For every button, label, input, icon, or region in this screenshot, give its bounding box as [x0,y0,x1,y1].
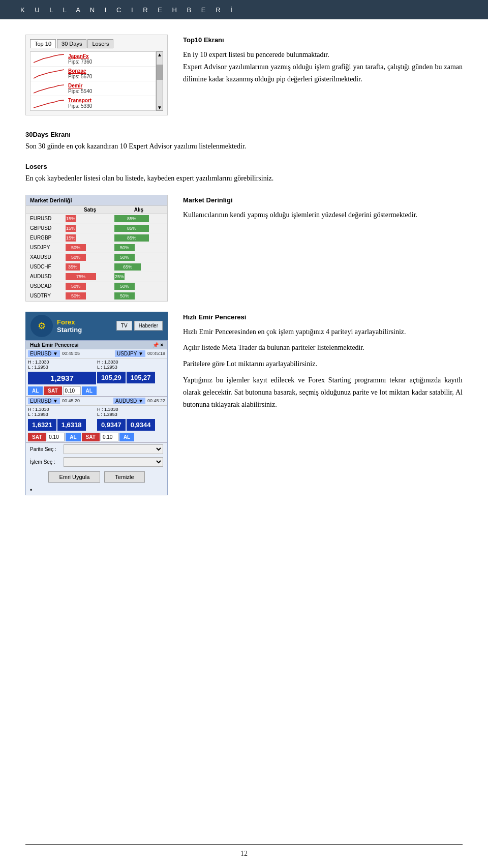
ea-info-4: Transport Pips: 5330 [68,98,152,109]
pair-row-1: EURUSD ▼ 00:45:05 USDJPY ▼ 00:45:19 H : … [26,349,167,397]
price-h3: H : 1.3030 [28,407,96,412]
forex-logo: ⚙ [30,315,53,337]
header-title: K U L L A N I C I R E H B E R İ [20,6,236,14]
price-hl-4: H : 1.3030 L : 1.2953 [97,407,165,417]
price-l2: L : 1.2953 [97,365,165,370]
ea-chart-2 [34,68,64,79]
tab-losers[interactable]: Losers [87,39,113,48]
ea-item: Transport Pips: 5330 [30,96,156,110]
market-row: GBPUSD 15% 85% [26,224,167,233]
market-pair: USDJPY [30,245,66,250]
ea-name-3[interactable]: Demir [68,83,152,88]
top10-box: Top 10 30 Days Losers JapanFx [25,35,168,115]
ea-name-4[interactable]: Transport [68,98,152,103]
alis-bar-cell: 25% [114,273,163,280]
market-depth-box: Market Derinliği Satış Alış EURUSD 15% 8… [25,195,168,302]
temizle-button[interactable]: Temizle [104,471,144,483]
alis-bar: 85% [114,234,149,242]
satis-bar: 15% [66,215,76,222]
quick-order-text: Hızlı Emir Penceresi Hızlı Emir Penceres… [183,312,463,411]
alis-bar: 25% [114,273,125,280]
ea-item: Bonzae Pips: 5670 [30,67,156,81]
al-button-1[interactable]: AL [28,386,43,395]
islem-label: İşlem Seç : [30,459,60,465]
ea-pips-3: Pips: 5540 [68,88,152,94]
market-pair: EURGBP [30,235,66,241]
satis-bar-cell: 50% [66,254,114,261]
quick-pin-icon: 📌 × [152,342,163,348]
price-val-4a: 0,9347 [97,419,126,431]
price-hl-1: H : 1.3030 L : 1.2953 [28,360,96,370]
parite-select[interactable] [64,444,163,454]
market-text: Market Derinligi Kullanıcılarının kendi … [183,195,463,221]
price-h2: H : 1.3030 [97,360,165,365]
ea-name-1[interactable]: JapanFx [68,53,152,59]
satis-bar-cell: 15% [66,225,114,232]
lot-input-2[interactable] [47,433,65,441]
ea-info-1: JapanFx Pips: 7360 [68,53,152,65]
pair-selectors-1: EURUSD ▼ 00:45:05 USDJPY ▼ 00:45:19 [26,349,167,358]
satis-bar-cell: 35% [66,263,114,271]
forex-brand: Forex Starting [57,318,112,334]
al-button-3[interactable]: AL [66,433,80,441]
satis-bar: 75% [66,273,96,280]
ea-item: Demir Pips: 5540 [30,81,156,96]
top10-heading: Top10 Ekranı [183,35,463,46]
pair-2-selector[interactable]: USDJPY ▼ [115,350,145,357]
pair-1-selector[interactable]: EURUSD ▼ [28,350,60,357]
alis-bar-cell: 65% [114,263,163,271]
price-val-1: 1,2937 [28,372,96,384]
time-1: 00:45:05 [62,351,80,356]
quick-desc3: Paritelere göre Lot miktarını ayarlayabi… [183,358,463,370]
big-prices-4: 0,9347 0,9344 [97,419,165,431]
forex-nav-btns: TV Haberler [116,321,163,331]
satis-bar: 50% [66,283,86,290]
quick-desc1: Hızlı Emir Penceresinden en çok işlem ya… [183,326,463,338]
days30-text: Son 30 günde en çok kazandıran 10 Expert… [25,140,463,153]
top10-screenshot: Top 10 30 Days Losers JapanFx [25,35,168,115]
parite-sec-row: Parite Seç : [26,443,167,456]
satis-bar-cell: 50% [66,292,114,300]
satis-bar: 35% [66,263,80,271]
page-number: 12 [240,850,248,857]
price-info-row-1: H : 1.3030 L : 1.2953 H : 1.3030 L : 1.2… [26,358,167,371]
ea-name-2[interactable]: Bonzae [68,68,152,74]
scrollbar[interactable]: ▲ ▼ [156,51,163,111]
sat-button-1[interactable]: SAT [44,386,62,395]
al-button-2[interactable]: AL [82,386,97,395]
sat-button-3[interactable]: SAT [82,433,100,441]
market-screenshot: Market Derinliği Satış Alış EURUSD 15% 8… [25,195,168,302]
tab-30days[interactable]: 30 Days [57,39,86,48]
brand-forex: Forex [57,318,75,326]
market-pair: USDCHF [30,264,66,270]
tab-top10[interactable]: Top 10 [30,39,56,48]
tv-button[interactable]: TV [116,321,132,331]
top10-desc1: En iy 10 expert listesi bu pencerede bul… [183,49,463,61]
ea-pips-2: Pips: 5670 [68,74,152,79]
price-hl-3: H : 1.3030 L : 1.2953 [28,407,96,417]
satis-bar: 50% [66,254,86,261]
satis-bar-cell: 50% [66,244,114,251]
pair-3-selector[interactable]: EURUSD ▼ [28,398,60,404]
market-heading: Market Derinligi [183,195,463,206]
al-button-4[interactable]: AL [119,433,134,441]
lot-input-3[interactable] [101,433,118,441]
satis-bar: 50% [66,244,86,251]
islem-select[interactable] [64,457,163,467]
sat-button-2[interactable]: SAT [28,433,46,441]
lot-input-1[interactable] [63,386,81,395]
market-row: USDCHF 35% 65% [26,262,167,272]
emri-uygula-button[interactable]: Emri Uygula [48,471,100,483]
pair-4-selector[interactable]: AUDUSD ▼ [113,398,145,404]
tab-bar: Top 10 30 Days Losers [30,39,163,48]
alis-bar: 85% [114,215,149,222]
market-pair: USDCAD [30,283,66,289]
losers-section: Losers En çok kaybedenler listesi olan b… [25,163,463,185]
haberler-button[interactable]: Haberler [134,321,163,331]
page-footer: 12 [25,844,463,863]
satis-bar-cell: 15% [66,234,114,242]
losers-text: En çok kaybedenler listesi olan bu liste… [25,172,463,185]
market-rows: EURUSD 15% 85% GBPUSD 15% 85% EURGBP 15 [26,214,167,301]
price-val-2a: 105,29 [97,372,126,383]
quick-desc2: Açılır listede Meta Trader da bulunan pa… [183,342,463,354]
